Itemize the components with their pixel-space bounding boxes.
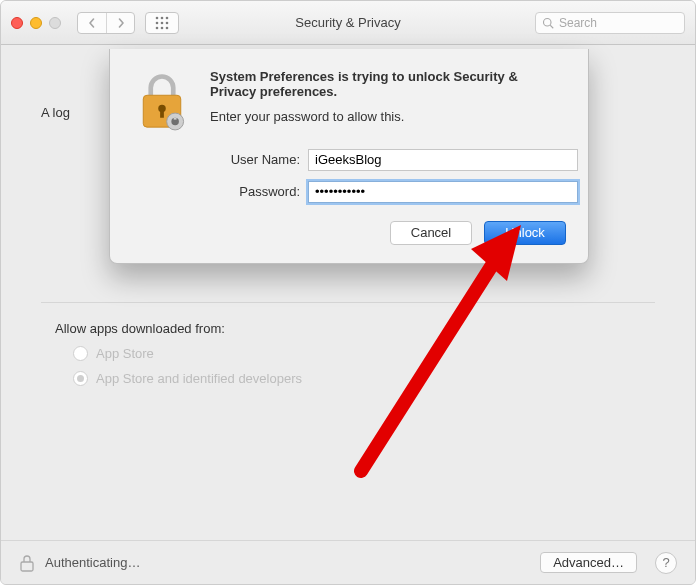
close-window[interactable]: [11, 17, 23, 29]
auth-dialog: System Preferences is trying to unlock S…: [109, 49, 589, 264]
dialog-subtitle: Enter your password to allow this.: [210, 109, 566, 124]
svg-point-9: [544, 18, 552, 26]
svg-point-1: [161, 16, 164, 19]
radio-icon: [73, 346, 88, 361]
titlebar: Security & Privacy Search: [1, 1, 695, 45]
radio-label: App Store and identified developers: [96, 371, 302, 386]
svg-rect-18: [174, 118, 177, 120]
svg-point-4: [161, 21, 164, 24]
username-input[interactable]: [308, 149, 578, 171]
advanced-button[interactable]: Advanced…: [540, 552, 637, 573]
dialog-text: System Preferences is trying to unlock S…: [210, 69, 566, 135]
password-input[interactable]: [308, 181, 578, 203]
traffic-lights: [11, 17, 61, 29]
svg-rect-15: [160, 110, 164, 118]
svg-line-10: [550, 25, 553, 28]
show-all-button[interactable]: [145, 12, 179, 34]
dialog-title: System Preferences is trying to unlock S…: [210, 69, 518, 99]
auth-form: User Name: Password:: [210, 149, 566, 203]
footer: Authenticating… Advanced… ?: [1, 540, 695, 584]
radio-icon: [73, 371, 88, 386]
username-label: User Name:: [210, 152, 300, 167]
back-button[interactable]: [78, 13, 106, 33]
svg-point-7: [161, 26, 164, 29]
cancel-button[interactable]: Cancel: [390, 221, 472, 245]
prefs-window: Security & Privacy Search A log Allow ap…: [0, 0, 696, 585]
lock-icon[interactable]: [19, 553, 35, 573]
svg-point-2: [166, 16, 169, 19]
svg-point-6: [156, 26, 159, 29]
svg-point-8: [166, 26, 169, 29]
help-button[interactable]: ?: [655, 552, 677, 574]
zoom-window[interactable]: [49, 17, 61, 29]
radio-appstore: App Store: [73, 346, 683, 361]
svg-point-3: [156, 21, 159, 24]
svg-rect-11: [21, 562, 33, 571]
search-placeholder: Search: [559, 16, 597, 30]
svg-point-5: [166, 21, 169, 24]
padlock-icon: [132, 69, 192, 135]
minimize-window[interactable]: [30, 17, 42, 29]
lock-status: Authenticating…: [45, 555, 140, 570]
allow-apps-label: Allow apps downloaded from:: [55, 321, 683, 336]
radio-identified-devs: App Store and identified developers: [73, 371, 683, 386]
radio-label: App Store: [96, 346, 154, 361]
search-field[interactable]: Search: [535, 12, 685, 34]
password-label: Password:: [210, 184, 300, 199]
svg-point-0: [156, 16, 159, 19]
nav-back-forward: [77, 12, 135, 34]
unlock-button[interactable]: Unlock: [484, 221, 566, 245]
forward-button[interactable]: [106, 13, 134, 33]
allow-apps-section: Allow apps downloaded from: App Store Ap…: [13, 303, 683, 386]
window-title: Security & Privacy: [295, 15, 400, 30]
